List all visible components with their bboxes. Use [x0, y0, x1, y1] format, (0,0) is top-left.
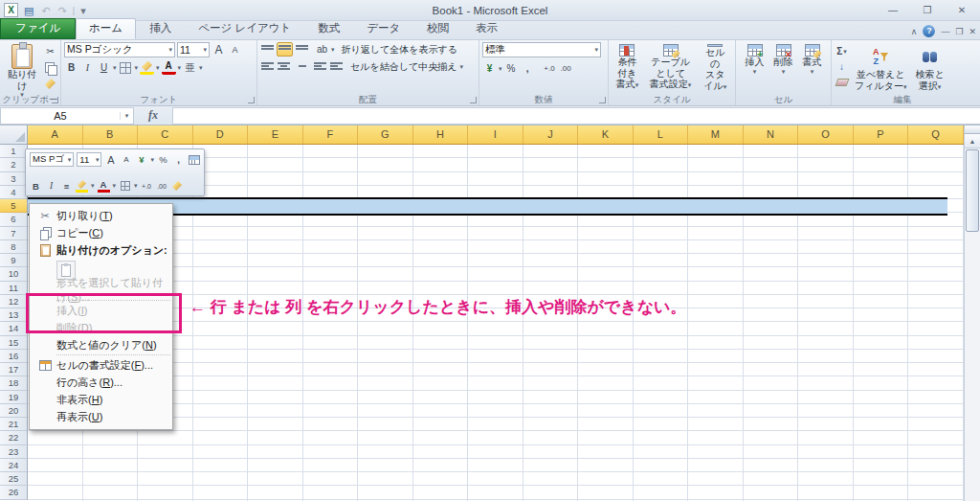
column-header-K[interactable]: K: [578, 125, 634, 144]
currency-dropdown-icon[interactable]: ▾: [499, 65, 502, 73]
menu-item-切り取り(T)[interactable]: 切り取り(T): [30, 207, 172, 224]
tab-insert[interactable]: 挿入: [136, 18, 185, 39]
format-cells-button[interactable]: 書式 ▾: [800, 42, 825, 94]
column-header-Q[interactable]: Q: [908, 125, 964, 144]
clear-button[interactable]: [835, 75, 849, 89]
menu-item-数式と値のクリア(N)[interactable]: 数式と値のクリア(N): [30, 336, 172, 353]
mini-borders-dropdown-icon[interactable]: ▾: [134, 182, 138, 190]
row-header-20[interactable]: 20: [0, 404, 28, 418]
row-header-16[interactable]: 16: [0, 350, 28, 363]
mini-fill-color-button[interactable]: [76, 179, 88, 193]
number-dialog-launcher-icon[interactable]: [599, 97, 606, 103]
menu-item-行の高さ(R)...[interactable]: 行の高さ(R)...: [30, 374, 172, 391]
copy-button[interactable]: [43, 60, 57, 75]
tab-home[interactable]: ホーム: [76, 18, 136, 39]
mini-bold-button[interactable]: B: [30, 179, 42, 193]
column-header-J[interactable]: J: [523, 125, 579, 144]
delete-cells-button[interactable]: 削除 ▾: [771, 42, 796, 94]
mini-decrease-decimal-button[interactable]: .00: [156, 179, 168, 193]
column-header-P[interactable]: P: [854, 125, 909, 144]
fill-color-button[interactable]: [140, 60, 154, 75]
underline-dropdown-icon[interactable]: ▾: [113, 64, 117, 72]
number-format-combo[interactable]: 標準 ▾: [482, 42, 601, 57]
mini-format-painter-button[interactable]: [171, 179, 184, 193]
font-name-combo[interactable]: MS Pゴシック ▾: [64, 42, 175, 57]
decrease-decimal-button[interactable]: .00: [559, 61, 573, 76]
menu-item-貼り付けのオプション:[interactable]: 貼り付けのオプション:: [30, 241, 172, 259]
scroll-up-icon[interactable]: ▲: [965, 134, 980, 148]
decrease-indent-button[interactable]: [313, 59, 327, 74]
mini-font-color-button[interactable]: A: [98, 179, 110, 193]
font-color-dropdown-icon[interactable]: ▾: [178, 64, 182, 72]
row-header-22[interactable]: 22: [0, 431, 28, 444]
mini-grow-font-button[interactable]: A: [104, 153, 117, 167]
tab-formulas[interactable]: 数式: [304, 18, 353, 39]
fx-icon[interactable]: fx: [148, 108, 158, 123]
scrollbar-split-handle[interactable]: [965, 125, 980, 134]
row-header-17[interactable]: 17: [0, 363, 28, 376]
name-box-dropdown-icon[interactable]: ▾: [120, 112, 133, 120]
align-top-button[interactable]: [260, 42, 275, 57]
row-header-25[interactable]: 25: [0, 472, 28, 486]
increase-indent-button[interactable]: [329, 59, 344, 74]
minimize-button[interactable]: —: [880, 2, 905, 17]
comma-button[interactable]: ,: [521, 61, 535, 76]
select-all-corner[interactable]: [0, 125, 28, 145]
column-header-L[interactable]: L: [634, 125, 689, 144]
column-header-O[interactable]: O: [798, 125, 854, 144]
column-header-D[interactable]: D: [193, 125, 249, 144]
currency-button[interactable]: ¥: [482, 61, 497, 76]
mini-shrink-font-button[interactable]: A: [120, 153, 132, 167]
mini-comma-button[interactable]: ,: [172, 153, 185, 167]
mini-merge-button[interactable]: [188, 153, 200, 167]
tab-review[interactable]: 校閲: [413, 18, 462, 39]
mini-increase-decimal-button[interactable]: +.0: [141, 179, 153, 193]
borders-button[interactable]: [119, 60, 133, 75]
format-as-table-button[interactable]: テーブルとして 書式設定▾: [645, 42, 697, 94]
wrap-text-button[interactable]: 折り返して全体を表示する: [341, 42, 458, 57]
formula-input[interactable]: [172, 107, 980, 125]
shrink-font-button[interactable]: A: [228, 43, 242, 57]
row-header-14[interactable]: 14: [0, 322, 28, 335]
column-header-G[interactable]: G: [358, 125, 413, 144]
mini-center-button[interactable]: ≡: [60, 179, 73, 193]
column-header-E[interactable]: E: [248, 125, 303, 144]
collapse-ribbon-icon[interactable]: ∧: [911, 27, 918, 36]
align-bottom-button[interactable]: [295, 42, 309, 57]
row-header-7[interactable]: 7: [0, 227, 28, 240]
align-center-button[interactable]: [277, 59, 291, 74]
mini-percent-button[interactable]: %: [157, 153, 169, 167]
increase-decimal-button[interactable]: +.0: [543, 61, 557, 76]
menu-item-再表示(U)[interactable]: 再表示(U): [30, 408, 172, 425]
row-header-11[interactable]: 11: [0, 282, 28, 295]
restore-button[interactable]: ❐: [915, 2, 940, 17]
font-dialog-launcher-icon[interactable]: [248, 97, 255, 103]
row-header-1[interactable]: 1: [0, 145, 28, 158]
column-header-C[interactable]: C: [138, 125, 193, 144]
merge-center-button[interactable]: セルを結合して中央揃え: [349, 59, 457, 74]
align-left-button[interactable]: [260, 59, 275, 74]
mini-borders-button[interactable]: [119, 179, 131, 193]
row-header-3[interactable]: 3: [0, 172, 28, 186]
tab-file[interactable]: ファイル: [0, 18, 76, 39]
merge-dropdown-icon[interactable]: ▾: [459, 63, 463, 71]
find-select-button[interactable]: 検索と 選択▾: [912, 42, 947, 94]
tab-view[interactable]: 表示: [462, 18, 511, 39]
menu-item-コピー(C)[interactable]: コピー(C): [30, 224, 172, 241]
orientation-button[interactable]: ab: [315, 42, 329, 57]
column-header-I[interactable]: I: [468, 125, 523, 144]
cell-styles-button[interactable]: セルの スタイル▾: [698, 42, 732, 94]
name-box[interactable]: A5 ▾: [0, 107, 134, 125]
scrollbar-thumb[interactable]: [966, 149, 979, 232]
alignment-dialog-launcher-icon[interactable]: [470, 97, 477, 103]
row-header-10[interactable]: 10: [0, 267, 28, 281]
phonetic-dropdown-icon[interactable]: ▾: [199, 64, 203, 72]
row-header-8[interactable]: 8: [0, 240, 28, 254]
tab-page-layout[interactable]: ページ レイアウト: [185, 18, 304, 39]
percent-button[interactable]: %: [504, 61, 519, 76]
close-button[interactable]: ✕: [949, 2, 974, 17]
borders-dropdown-icon[interactable]: ▾: [135, 64, 139, 72]
phonetic-button[interactable]: 亜: [183, 60, 197, 75]
underline-button[interactable]: U: [97, 60, 111, 75]
column-header-A[interactable]: A: [28, 125, 83, 144]
